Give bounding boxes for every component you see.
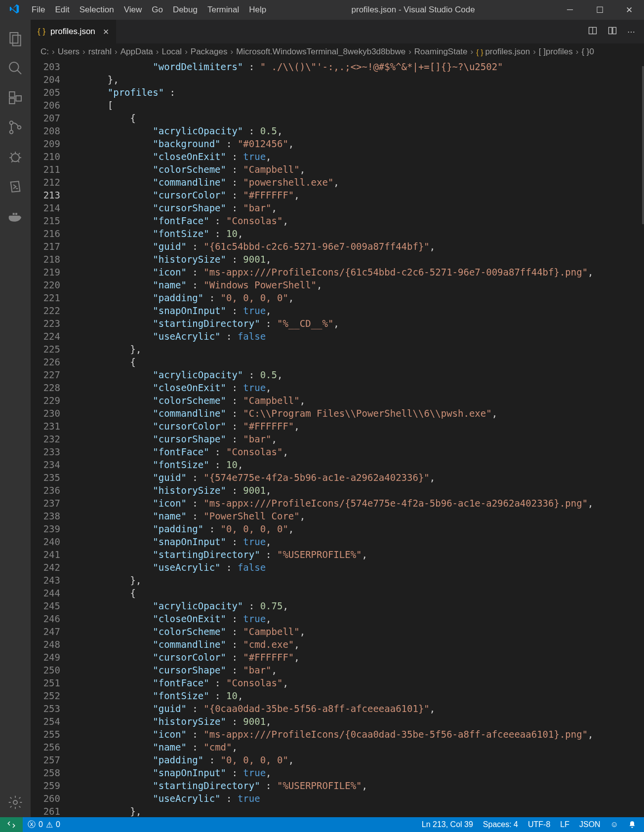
- svg-rect-4: [9, 92, 15, 97]
- svg-line-3: [17, 70, 21, 74]
- explorer-icon[interactable]: [0, 24, 31, 53]
- json-file-icon: { }: [476, 48, 483, 56]
- svg-rect-14: [609, 27, 612, 34]
- eol-status[interactable]: LF: [555, 817, 574, 832]
- bc-part[interactable]: C:: [40, 47, 49, 57]
- bc-symbol[interactable]: [ ]profiles: [539, 47, 573, 57]
- scm-icon[interactable]: [0, 113, 31, 142]
- code-content[interactable]: "wordDelimiters" : " ./\\()\"'-:,.;<>~!@…: [85, 60, 636, 817]
- more-actions-icon[interactable]: ⋯: [627, 27, 635, 37]
- svg-point-11: [13, 800, 17, 804]
- fold-column: [65, 60, 85, 817]
- minimap[interactable]: [636, 60, 644, 817]
- svg-point-8: [10, 130, 13, 134]
- language-status[interactable]: JSON: [574, 817, 605, 832]
- minimize-button[interactable]: ─: [555, 0, 585, 20]
- svg-point-10: [11, 154, 19, 161]
- bc-symbol[interactable]: { }0: [581, 47, 594, 57]
- menu-file[interactable]: File: [27, 5, 50, 15]
- svg-rect-1: [13, 35, 21, 45]
- svg-point-7: [10, 121, 13, 124]
- svg-rect-5: [9, 98, 15, 104]
- tab-profiles-json[interactable]: { } profiles.json ×: [31, 20, 116, 43]
- problems-status[interactable]: ⓧ0 ⚠0: [23, 817, 65, 832]
- close-button[interactable]: ✕: [614, 0, 644, 20]
- svg-point-2: [9, 62, 19, 72]
- encoding-status[interactable]: UTF-8: [523, 817, 555, 832]
- feedback-icon[interactable]: ☺: [605, 817, 623, 832]
- svg-rect-15: [613, 27, 616, 34]
- line-gutter: 2032042052062072082092102112122132142152…: [31, 60, 65, 817]
- bc-file[interactable]: profiles.json: [485, 47, 530, 57]
- remote-status[interactable]: [0, 817, 23, 832]
- search-icon[interactable]: [0, 53, 31, 83]
- menu-debug[interactable]: Debug: [168, 5, 202, 15]
- menu-go[interactable]: Go: [147, 5, 168, 15]
- activity-bar: [0, 20, 31, 817]
- bc-part[interactable]: Local: [162, 47, 182, 57]
- bc-part[interactable]: Users: [58, 47, 80, 57]
- split-editor-icon[interactable]: [588, 26, 598, 38]
- breadcrumbs[interactable]: C:› Users› rstrahl› AppData› Local› Pack…: [31, 43, 644, 60]
- svg-rect-0: [10, 33, 18, 43]
- code-editor[interactable]: 2032042052062072082092102112122132142152…: [31, 60, 644, 817]
- svg-rect-6: [16, 96, 21, 101]
- menu-edit[interactable]: Edit: [50, 5, 74, 15]
- menu-terminal[interactable]: Terminal: [202, 5, 244, 15]
- status-bar: ⓧ0 ⚠0 Ln 213, Col 39 Spaces: 4 UTF-8 LF …: [0, 817, 644, 832]
- vscode-logo-icon: [9, 3, 20, 17]
- bc-part[interactable]: AppData: [121, 47, 153, 57]
- notifications-icon[interactable]: [623, 817, 641, 832]
- menu-help[interactable]: Help: [244, 5, 271, 15]
- bc-part[interactable]: Microsoft.WindowsTerminal_8wekyb3d8bbwe: [236, 47, 405, 57]
- settings-icon[interactable]: [0, 788, 31, 817]
- tab-bar: { } profiles.json × ⋯: [31, 20, 644, 43]
- tab-label: profiles.json: [50, 27, 95, 37]
- powershell-icon[interactable]: [0, 172, 31, 201]
- bc-part[interactable]: rstrahl: [88, 47, 112, 57]
- maximize-button[interactable]: ☐: [585, 0, 614, 20]
- svg-point-9: [18, 126, 21, 129]
- json-file-icon: { }: [38, 27, 45, 37]
- menu-selection[interactable]: Selection: [75, 5, 119, 15]
- debug-icon[interactable]: [0, 142, 31, 172]
- error-icon: ⓧ: [28, 820, 36, 830]
- menu-view[interactable]: View: [119, 5, 147, 15]
- warning-icon: ⚠: [46, 820, 53, 830]
- tab-close-icon[interactable]: ×: [103, 26, 109, 38]
- extensions-icon[interactable]: [0, 83, 31, 113]
- window-title: profiles.json - Visual Studio Code: [271, 5, 555, 15]
- title-bar: File Edit Selection View Go Debug Termin…: [0, 0, 644, 20]
- bc-part[interactable]: Packages: [191, 47, 228, 57]
- bc-part[interactable]: RoamingState: [414, 47, 468, 57]
- docker-icon[interactable]: [0, 201, 31, 231]
- split-editor-2-icon[interactable]: [607, 26, 617, 38]
- indentation-status[interactable]: Spaces: 4: [478, 817, 523, 832]
- cursor-position[interactable]: Ln 213, Col 39: [417, 817, 478, 832]
